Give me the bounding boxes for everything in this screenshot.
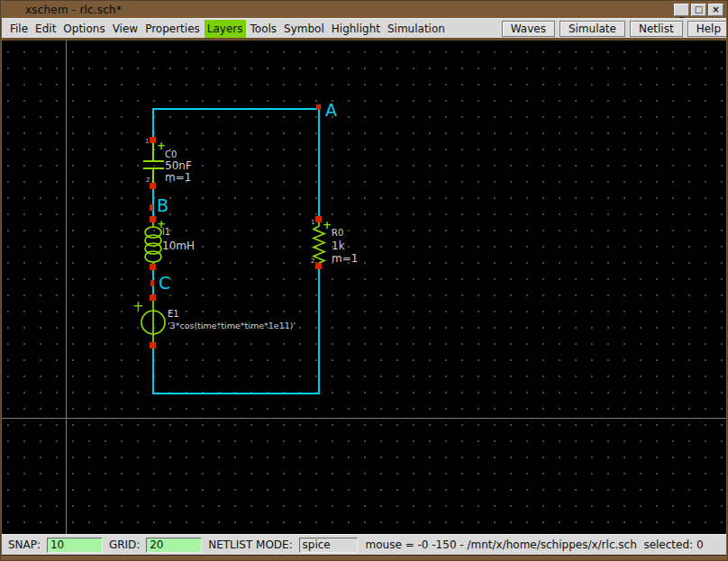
maximize-icon: □ <box>695 5 703 14</box>
source-name[interactable]: E1 <box>168 309 179 319</box>
minimize-icon: _ <box>679 8 684 17</box>
waves-button[interactable]: Waves <box>502 21 555 37</box>
simulate-button[interactable]: Simulate <box>560 21 625 37</box>
net-label-b-pin-box <box>150 204 153 211</box>
menu-buttons: Waves Simulate Netlist Help <box>497 19 726 38</box>
inductor-name[interactable]: l1 <box>162 227 170 237</box>
source-pin1-box <box>150 294 156 301</box>
resistor-pin2-box <box>315 263 322 269</box>
statusbar: SNAP: GRID: NETLIST MODE: mouse = -0 -15… <box>2 534 726 556</box>
resistor-pin2-number: 2 <box>311 258 314 265</box>
window-controls: _ □ × <box>674 4 723 16</box>
capacitor-name[interactable]: C0 <box>165 149 177 159</box>
xschem-window: xschem - rlc.sch* _ □ × File Edit Option… <box>0 0 728 561</box>
snap-label: SNAP: <box>8 538 44 551</box>
menubar: File Edit Options View Properties Layers… <box>2 18 726 41</box>
grid-label: GRID: <box>109 538 143 551</box>
capacitor-pin2-box <box>150 183 156 189</box>
netlist-mode-label: NETLIST MODE: <box>208 538 296 551</box>
capacitor-value[interactable]: 50nF <box>165 159 192 172</box>
source-pin2-box <box>150 342 156 348</box>
inductor-pin1-box <box>150 216 156 222</box>
netlist-mode-input[interactable] <box>299 538 358 553</box>
resistor-value[interactable]: 1k <box>332 240 345 252</box>
capacitor-pin2-number: 2 <box>146 176 150 184</box>
close-icon: × <box>712 5 719 14</box>
menu-item-view[interactable]: View <box>110 20 141 38</box>
menu-item-edit[interactable]: Edit <box>32 20 59 38</box>
resistor-pin1-box <box>315 216 322 222</box>
menu-item-tools[interactable]: Tools <box>248 20 280 38</box>
net-label-a-pin-box <box>316 104 321 110</box>
grid-input[interactable] <box>146 538 202 553</box>
net-label-c[interactable]: C <box>159 273 170 293</box>
mouse-status: mouse = -0 -150 - /mnt/x/home/schippes/x… <box>366 538 704 551</box>
menu-item-symbol[interactable]: Symbol <box>281 20 327 38</box>
net-label-b[interactable]: B <box>157 195 168 215</box>
menu-item-highlight[interactable]: Highlight <box>329 20 383 38</box>
close-button[interactable]: × <box>708 4 723 16</box>
net-label-a[interactable]: A <box>325 100 337 120</box>
capacitor-pin1-number: 1 <box>145 138 149 145</box>
menu-item-simulation[interactable]: Simulation <box>385 20 448 38</box>
schematic-canvas[interactable]: A B C 1 + C0 50nF m=1 2 + l1 10mH + E1 '… <box>2 41 726 534</box>
inductor-pin2-box <box>150 264 156 270</box>
source-symbol[interactable] <box>141 301 165 343</box>
titlebar: xschem - rlc.sch* _ □ × <box>2 2 726 18</box>
capacitor-pin1-box <box>150 137 156 143</box>
inductor-coil-4 <box>145 251 161 262</box>
maximize-button[interactable]: □ <box>691 4 706 16</box>
menu-item-file[interactable]: File <box>7 20 31 38</box>
minimize-button[interactable]: _ <box>674 4 689 16</box>
resistor-pin1-number: 1 <box>311 219 314 226</box>
source-value[interactable]: '3*cos(time*time*time*1e11)' <box>168 321 296 330</box>
menu-item-properties[interactable]: Properties <box>142 20 203 38</box>
snap-input[interactable] <box>47 538 103 553</box>
window-title: xschem - rlc.sch* <box>25 4 122 16</box>
net-label-c-pin-box <box>150 280 154 286</box>
resistor-plus-mark: + <box>323 219 332 231</box>
circuit-drawing: A B C 1 + C0 50nF m=1 2 + l1 10mH + E1 '… <box>2 41 726 534</box>
help-button[interactable]: Help <box>687 21 726 37</box>
capacitor-mult[interactable]: m=1 <box>165 171 191 184</box>
menu-item-layers[interactable]: Layers <box>205 20 246 38</box>
menu-item-options[interactable]: Options <box>60 20 107 38</box>
netlist-button[interactable]: Netlist <box>630 21 683 37</box>
inductor-value[interactable]: 10mH <box>162 240 195 252</box>
resistor-mult[interactable]: m=1 <box>332 252 358 265</box>
source-plus-mark: + <box>132 298 144 314</box>
menu-items: File Edit Options View Properties Layers… <box>2 19 449 38</box>
resistor-name[interactable]: R0 <box>332 228 343 238</box>
